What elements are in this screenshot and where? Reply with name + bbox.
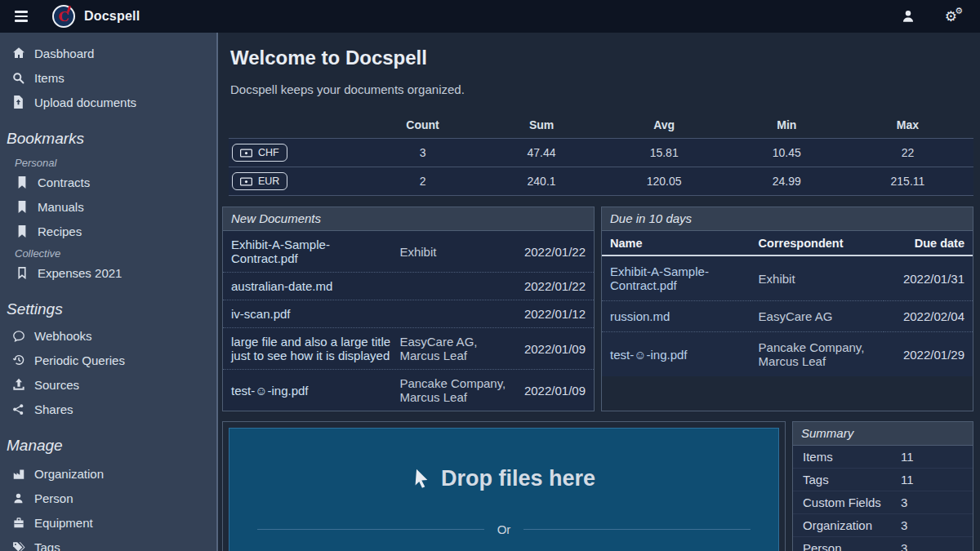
settings-gears-icon[interactable]: ⚙⚙: [945, 10, 957, 24]
summary-row-items: Items 11: [793, 446, 973, 469]
bottom-panels: Drop files here Or Select… Summary Items: [222, 421, 973, 551]
stats-col-avg: Avg: [597, 114, 732, 139]
sidebar-item-shares[interactable]: Shares: [0, 397, 216, 421]
document-row[interactable]: iv-scan.pdf 2022/01/12: [223, 300, 594, 328]
sidebar-item-upload-documents[interactable]: Upload documents: [0, 90, 216, 114]
sidebar-item-sources[interactable]: Sources: [0, 372, 216, 397]
summary-row-organization: Organization 3: [793, 514, 973, 537]
sidebar-item-periodic-queries[interactable]: Periodic Queries: [0, 348, 216, 372]
sidebar-item-webhooks[interactable]: Webhooks: [0, 323, 216, 348]
document-row[interactable]: australian-date.md 2022/01/22: [223, 273, 594, 300]
sidebar-item-person[interactable]: Person: [0, 486, 216, 510]
section-title-bookmarks: Bookmarks: [7, 130, 210, 148]
tags-icon: [11, 541, 25, 551]
due-row[interactable]: Exhibit-A-Sample-Contract.pdf Exhibit 20…: [602, 256, 973, 301]
currency-badge-eur[interactable]: EUR: [232, 172, 287, 190]
search-icon: [11, 72, 25, 84]
sidebar-item-recipes[interactable]: Recipes: [0, 219, 216, 243]
due-row[interactable]: test-☺-ing.pdf Pancake Company, Marcus L…: [602, 332, 973, 377]
sidebar-item-equipment[interactable]: Equipment: [0, 510, 216, 535]
dashboard-panels: New Documents Exhibit-A-Sample-Contract.…: [222, 207, 973, 411]
dropzone-title: Drop files here: [412, 466, 595, 491]
stats-col-count: Count: [359, 114, 487, 139]
topbar: C Docspell ⚙⚙: [0, 0, 980, 33]
summary-panel: Summary Items 11 Tags 11 Custom Fields 3…: [792, 421, 973, 551]
due-panel: Due in 10 days Name Correspondent Due da…: [601, 207, 973, 411]
upload-icon: [11, 378, 25, 391]
comment-icon: [11, 330, 25, 342]
person-icon: [11, 492, 25, 504]
section-title-settings: Settings: [7, 300, 210, 318]
bookmark-icon: [15, 225, 29, 238]
upload-panel: Drop files here Or Select…: [222, 421, 786, 551]
share-icon: [11, 403, 25, 415]
menu-toggle-button[interactable]: [10, 6, 33, 27]
document-row[interactable]: test-☺-ing.pdf Pancake Company, Marcus L…: [223, 370, 594, 411]
section-title-manage: Manage: [7, 437, 210, 455]
industry-icon: [11, 468, 25, 480]
new-documents-panel: New Documents Exhibit-A-Sample-Contract.…: [222, 207, 595, 411]
new-documents-title: New Documents: [223, 207, 594, 231]
document-row[interactable]: large file and also a large title just t…: [223, 328, 594, 370]
sidebar-item-organization[interactable]: Organization: [0, 461, 216, 486]
bookmark-icon: [15, 201, 29, 213]
page-subtitle: Docspell keeps your documents organized.: [230, 82, 973, 96]
money-bill-icon: [240, 177, 252, 186]
bookmark-icon: [15, 176, 29, 189]
summary-row-tags: Tags 11: [793, 469, 973, 491]
app-title: Docspell: [84, 9, 140, 24]
bookmark-outline-icon: [15, 267, 29, 279]
due-panel-title: Due in 10 days: [602, 207, 973, 231]
file-upload-icon: [11, 96, 25, 109]
stats-col-min: Min: [732, 114, 842, 139]
docspell-logo-icon: C: [52, 5, 75, 28]
document-row[interactable]: Exhibit-A-Sample-Contract.pdf Exhibit 20…: [223, 231, 594, 273]
due-row[interactable]: russion.md EasyCare AG 2022/02/04: [602, 301, 973, 332]
sidebar-item-contracts[interactable]: Contracts: [0, 170, 216, 194]
sidebar-item-manuals[interactable]: Manuals: [0, 194, 216, 219]
sidebar-item-items[interactable]: Items: [0, 65, 216, 90]
toolbox-icon: [11, 517, 25, 529]
user-account-icon[interactable]: [901, 9, 915, 24]
sidebar: Dasbhoard Items Upload documents Bookmar…: [0, 33, 218, 551]
summary-row-person: Person 3: [793, 537, 973, 551]
file-dropzone[interactable]: Drop files here Or Select…: [229, 428, 779, 551]
sidebar-item-dashboard[interactable]: Dasbhoard: [0, 41, 216, 65]
stats-col-sum: Sum: [487, 114, 597, 139]
page-title: Welcome to Docspell: [230, 47, 973, 69]
home-icon: [11, 47, 25, 60]
stats-table: Count Sum Avg Min Max CHF 3 47.44 15.81: [229, 114, 973, 196]
summary-row-custom-fields: Custom Fields 3: [793, 491, 973, 514]
stats-row-eur: EUR 2 240.1 120.05 24.99 215.11: [229, 167, 973, 196]
stats-row-chf: CHF 3 47.44 15.81 10.45 22: [229, 139, 973, 167]
history-icon: [11, 353, 25, 367]
main-content: Welcome to Docspell Docspell keeps your …: [220, 33, 980, 551]
money-bill-icon: [240, 149, 252, 158]
currency-badge-chf[interactable]: CHF: [232, 144, 287, 162]
or-divider: Or: [257, 522, 751, 536]
group-label-personal: Personal: [0, 153, 216, 170]
group-label-collective: Collective: [0, 243, 216, 260]
topbar-actions: ⚙⚙: [901, 9, 962, 24]
mouse-pointer-icon: [412, 468, 430, 491]
sidebar-item-expenses-2021[interactable]: Expenses 2021: [0, 260, 216, 285]
stats-col-max: Max: [842, 114, 973, 139]
summary-title: Summary: [793, 422, 973, 446]
stats-header-row: Count Sum Avg Min Max: [229, 114, 973, 139]
sidebar-item-tags[interactable]: Tags: [0, 535, 216, 551]
due-header-row: Name Correspondent Due date: [602, 231, 973, 256]
due-table: Name Correspondent Due date Exhibit-A-Sa…: [602, 231, 973, 376]
